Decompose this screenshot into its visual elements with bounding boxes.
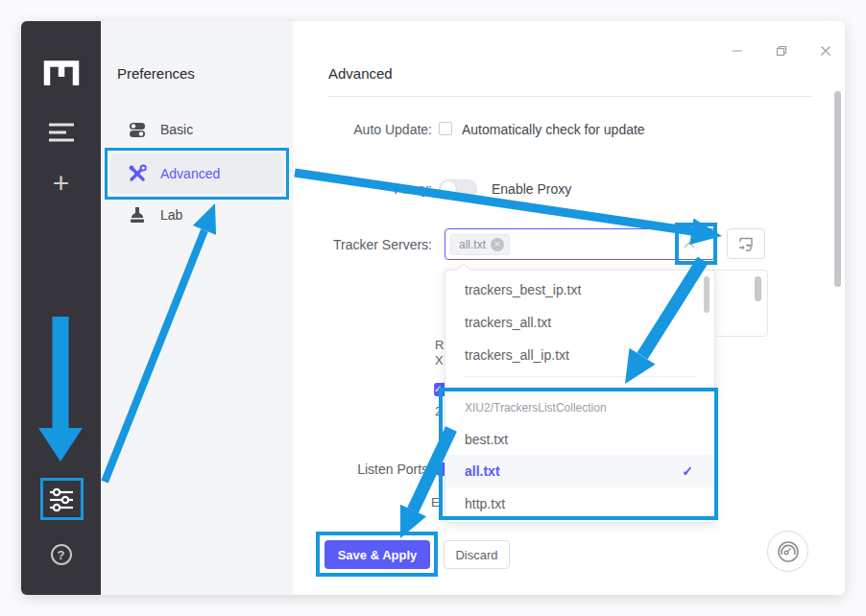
app-window: + ? Preferences bbox=[21, 21, 845, 595]
restore-button[interactable] bbox=[775, 44, 787, 57]
preferences-icon[interactable] bbox=[21, 487, 101, 512]
add-task-icon[interactable]: + bbox=[21, 170, 101, 197]
main-scrollbar[interactable] bbox=[834, 91, 841, 287]
textarea-scrollbar[interactable] bbox=[755, 276, 761, 301]
nav-label: Basic bbox=[160, 122, 193, 137]
obscured-checkbox-fragment: ✓ bbox=[434, 383, 445, 396]
nav-item-advanced[interactable]: Advanced bbox=[110, 154, 283, 194]
tracker-dropdown: trackers_best_ip.txt trackers_all.txt tr… bbox=[445, 270, 715, 523]
proxy-toggle[interactable] bbox=[439, 179, 477, 199]
dropdown-item[interactable]: trackers_all_ip.txt bbox=[445, 339, 714, 371]
motrix-logo-icon bbox=[43, 60, 80, 85]
dropdown-item[interactable]: trackers_best_ip.txt bbox=[445, 273, 714, 306]
tracker-servers-select[interactable]: all.txt × bbox=[445, 228, 715, 260]
page-title: Advanced bbox=[328, 65, 393, 82]
task-list-icon[interactable] bbox=[21, 121, 101, 144]
nav-item-basic[interactable]: Basic bbox=[110, 109, 283, 150]
dropdown-item[interactable]: trackers_all.txt bbox=[445, 306, 714, 339]
dropdown-scrollbar[interactable] bbox=[704, 276, 710, 313]
close-icon bbox=[820, 45, 831, 57]
panel-title: Preferences bbox=[117, 65, 195, 82]
content-area: Advanced Auto Update: Automatically chec… bbox=[293, 21, 845, 595]
title-divider bbox=[328, 96, 813, 97]
minimize-button[interactable] bbox=[731, 44, 743, 57]
auto-update-label: Auto Update: bbox=[293, 122, 432, 137]
proxy-label: Proxy: bbox=[293, 181, 432, 197]
save-apply-button[interactable]: Save & Apply bbox=[325, 540, 430, 569]
chevron-up-icon[interactable] bbox=[684, 241, 695, 249]
close-button[interactable] bbox=[819, 44, 831, 57]
dropdown-divider bbox=[465, 376, 697, 377]
sliders-icon bbox=[48, 487, 75, 512]
speedometer-icon bbox=[776, 539, 801, 564]
advanced-icon bbox=[128, 164, 147, 183]
auto-update-checkbox-label[interactable]: Automatically check for update bbox=[462, 122, 645, 137]
toggle-knob bbox=[441, 181, 456, 197]
window-controls bbox=[731, 44, 831, 57]
obscured-text-fragment: E bbox=[431, 495, 442, 509]
sync-icon bbox=[737, 236, 755, 251]
auto-update-checkbox[interactable] bbox=[439, 122, 452, 135]
nav-item-lab[interactable]: Lab bbox=[110, 195, 283, 235]
dropdown-group-label: XIU2/TrackersListCollection bbox=[445, 396, 714, 419]
help-glyph: ? bbox=[58, 548, 65, 562]
nav-label: Advanced bbox=[160, 166, 220, 181]
basic-icon bbox=[128, 120, 147, 139]
discard-button[interactable]: Discard bbox=[444, 540, 510, 569]
speed-limit-button[interactable] bbox=[767, 531, 808, 572]
dropdown-item[interactable]: best.txt bbox=[445, 423, 714, 456]
nav-label: Lab bbox=[160, 207, 182, 223]
dropdown-item[interactable]: http.txt bbox=[445, 487, 714, 520]
obscured-radio-fragment bbox=[434, 462, 445, 476]
restore-icon bbox=[776, 45, 787, 57]
tag-label: all.txt bbox=[459, 238, 486, 251]
screen: + ? Preferences bbox=[0, 0, 866, 616]
tracker-servers-label: Tracker Servers: bbox=[293, 237, 432, 252]
dropdown-item-label: all.txt bbox=[465, 463, 500, 479]
app-logo bbox=[21, 59, 101, 86]
help-button[interactable]: ? bbox=[21, 543, 101, 566]
lab-icon bbox=[128, 205, 147, 225]
dropdown-item-selected[interactable]: all.txt ✓ bbox=[445, 455, 714, 487]
minimize-icon bbox=[732, 45, 743, 57]
sync-trackers-button[interactable] bbox=[727, 228, 765, 259]
preferences-panel: Preferences Basic Advanced bbox=[101, 21, 293, 595]
listen-ports-label: Listen Ports: bbox=[293, 462, 432, 477]
selected-tracker-tag: all.txt × bbox=[450, 234, 510, 255]
help-icon: ? bbox=[51, 544, 72, 565]
hamburger-icon bbox=[48, 123, 75, 142]
sidebar: + ? bbox=[21, 21, 101, 595]
proxy-toggle-label[interactable]: Enable Proxy bbox=[492, 181, 571, 197]
tag-remove-icon[interactable]: × bbox=[491, 238, 504, 251]
check-icon: ✓ bbox=[682, 455, 693, 487]
